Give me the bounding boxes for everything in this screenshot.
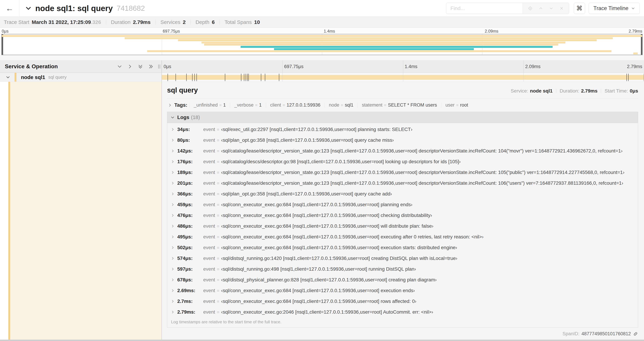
log-row[interactable]: 574μs:event=‹sql/distsql_running.go:1420… — [167, 253, 638, 264]
log-marker-tick — [628, 74, 628, 81]
logs-list: 34μs:event=‹sql/exec_util.go:2297 [nsql1… — [167, 123, 638, 317]
trace-title: node sql1: sql query — [35, 4, 113, 13]
log-expand-chevron-right-icon[interactable] — [171, 278, 174, 281]
log-marker-tick — [192, 74, 192, 81]
minimap-span-bar — [202, 42, 566, 44]
collapse-trace-chevron-down-icon[interactable] — [25, 5, 32, 12]
trace-info-label: Total Spans — [224, 19, 252, 25]
trace-info-value: 10 — [254, 19, 260, 25]
log-expand-chevron-right-icon[interactable] — [171, 203, 174, 206]
log-marker-tick — [176, 74, 176, 81]
log-row[interactable]: 502μs:event=‹sql/conn_executor_exec.go:6… — [167, 242, 638, 253]
log-expand-chevron-right-icon[interactable] — [171, 171, 174, 174]
log-expand-chevron-right-icon[interactable] — [171, 192, 174, 196]
view-selector-button[interactable]: Trace Timeline — [588, 3, 640, 14]
find-input[interactable] — [446, 3, 522, 14]
minimap-tick-label: 0μs — [2, 29, 8, 34]
log-row[interactable]: 176μs:event=‹sql/catalog/descs/descripto… — [167, 156, 638, 167]
log-expand-chevron-right-icon[interactable] — [171, 310, 174, 314]
log-row[interactable]: 2.79ms:event=‹sql/conn_executor_exec.go:… — [167, 307, 638, 317]
timeline-gridline — [524, 60, 524, 73]
back-arrow-icon: ← — [6, 4, 14, 13]
log-equals: = — [217, 213, 220, 218]
log-row[interactable]: 34μs:event=‹sql/exec_util.go:2297 [nsql1… — [167, 124, 638, 135]
log-row[interactable]: 459μs:event=‹sql/conn_executor_exec.go:6… — [167, 199, 638, 210]
log-expand-chevron-right-icon[interactable] — [171, 246, 174, 249]
log-row[interactable]: 486μs:event=‹sql/conn_executor_exec.go:6… — [167, 221, 638, 231]
detail-accent-strip — [8, 82, 10, 339]
log-field-key: event — [203, 202, 215, 207]
log-expand-chevron-right-icon[interactable] — [171, 257, 174, 260]
log-row[interactable]: 678μs:event=‹sql/distsql_physical_planne… — [167, 274, 638, 285]
find-clear-close-icon[interactable] — [559, 6, 564, 11]
log-expand-chevron-right-icon[interactable] — [171, 289, 174, 292]
log-expand-chevron-right-icon[interactable] — [171, 149, 174, 153]
service-operation-title: Service & Operation — [5, 63, 117, 70]
tag-chip: _verbose=1 — [230, 102, 266, 108]
find-prev-chevron-up-icon[interactable] — [538, 6, 543, 11]
log-marker-tick — [225, 74, 225, 81]
timeline-tick-label: 697.75μs — [284, 64, 304, 69]
column-resizer-grip[interactable] — [158, 65, 160, 69]
span-name-cell[interactable]: node sql1 sql query — [0, 73, 162, 82]
log-equals: = — [217, 256, 220, 261]
log-equals: = — [217, 191, 220, 196]
timeline-tick-label: 2.09ms — [525, 64, 541, 69]
expand-one-chevron-right-icon[interactable] — [128, 64, 132, 69]
log-row[interactable]: 142μs:event=‹sql/catalog/lease/descripto… — [167, 146, 638, 156]
expand-all-double-chevron-right-icon[interactable] — [148, 64, 153, 69]
collapse-controls — [117, 64, 153, 69]
tags-row[interactable]: Tags: _unfinished=1_verbose=1client=127.… — [167, 100, 638, 111]
log-equals: = — [217, 138, 220, 143]
viewport-right-scrubber-handle[interactable] — [641, 34, 642, 55]
minimap-span-bar — [147, 50, 612, 52]
locate-icon[interactable] — [528, 6, 533, 11]
span-collapse-chevron-down-icon[interactable] — [6, 75, 10, 79]
log-timestamp: 486μs: — [177, 223, 203, 229]
log-expand-chevron-right-icon[interactable] — [171, 299, 174, 303]
log-expand-chevron-right-icon[interactable] — [171, 138, 174, 142]
detail-meta-value: 0μs — [630, 88, 638, 94]
top-bar: ← node sql1: sql query 7418682 ⌘ — [0, 0, 644, 17]
detail-row-background — [10, 82, 162, 339]
log-row[interactable]: 80μs:event=‹sql/plan_opt.go:358 [nsql1,c… — [167, 135, 638, 146]
log-expand-chevron-right-icon[interactable] — [171, 267, 174, 271]
log-row[interactable]: 201μs:event=‹sql/catalog/lease/descripto… — [167, 178, 638, 189]
log-row[interactable]: 597μs:event=‹sql/distsql_running.go:498 … — [167, 264, 638, 274]
horizontal-scrollbar[interactable] — [0, 339, 644, 341]
collapse-all-double-chevron-down-icon[interactable] — [138, 64, 143, 69]
log-field-key: event — [203, 213, 215, 218]
log-row[interactable]: 2.7ms:event=‹sql/conn_executor_exec.go:6… — [167, 296, 638, 307]
log-row[interactable]: 476μs:event=‹sql/conn_executor_exec.go:6… — [167, 210, 638, 221]
span-detail-header: sql query Service:node sql1Duration:2.79… — [167, 86, 638, 94]
minimap-span-bar — [204, 44, 558, 46]
log-timestamp: 366μs: — [177, 191, 203, 197]
tags-expand-chevron-right-icon[interactable] — [168, 103, 172, 107]
service-operation-header: Service & Operation — [0, 60, 162, 73]
log-expand-chevron-right-icon[interactable] — [171, 214, 174, 217]
back-button[interactable]: ← — [0, 0, 20, 17]
logs-title: Logs — [177, 115, 189, 120]
log-expand-chevron-right-icon[interactable] — [171, 224, 174, 228]
log-row[interactable]: 495μs:event=‹sql/conn_executor_exec.go:6… — [167, 231, 638, 242]
log-equals: = — [217, 310, 220, 315]
log-row[interactable]: 2.69ms:event=‹sql/conn_executor_exec.go:… — [167, 285, 638, 296]
log-field-value: ‹sql/distsql_running.go:1420 [nsql1,clie… — [221, 256, 458, 261]
find-next-chevron-down-icon[interactable] — [549, 6, 554, 11]
logs-collapse-chevron-down-icon[interactable] — [171, 116, 174, 119]
log-expand-chevron-right-icon[interactable] — [171, 181, 174, 185]
tag-key: node — [329, 102, 339, 108]
viewport-left-scrubber-handle[interactable] — [2, 34, 3, 55]
logs-header[interactable]: Logs (18) — [167, 112, 638, 123]
log-marker-tick — [626, 74, 627, 81]
deep-link-icon[interactable] — [633, 331, 638, 336]
collapse-one-chevron-down-icon[interactable] — [117, 64, 122, 69]
log-row[interactable]: 189μs:event=‹sql/catalog/lease/descripto… — [167, 167, 638, 178]
log-expand-chevron-right-icon[interactable] — [171, 128, 174, 131]
log-expand-chevron-right-icon[interactable] — [171, 160, 174, 163]
log-row[interactable]: 366μs:event=‹sql/plan_opt.go:358 [nsql1,… — [167, 189, 638, 199]
minimap-canvas[interactable] — [2, 34, 642, 55]
log-expand-chevron-right-icon[interactable] — [171, 235, 174, 239]
span-operation-name: sql query — [48, 75, 67, 80]
keyboard-shortcuts-button[interactable]: ⌘ — [574, 3, 585, 14]
